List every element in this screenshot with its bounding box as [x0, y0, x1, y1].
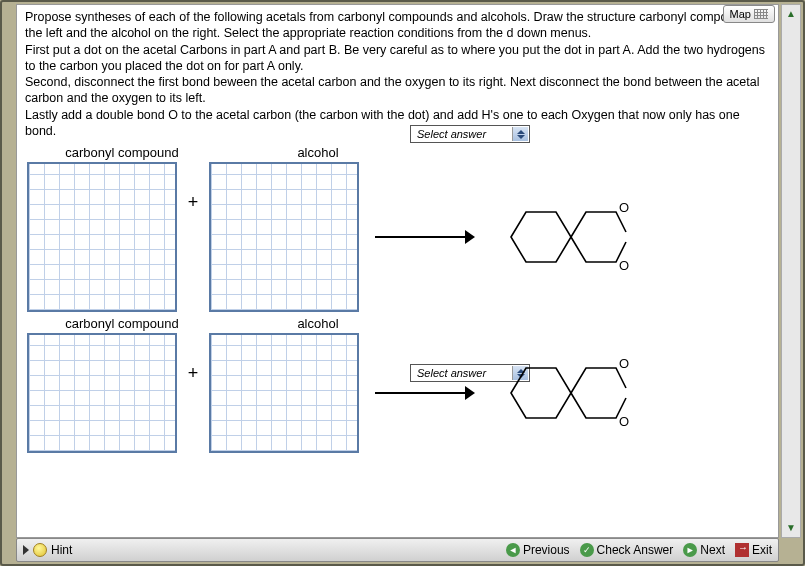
check-label: Check Answer — [597, 543, 674, 557]
carbonyl-label-a: carbonyl compound — [47, 145, 197, 160]
app-frame: Propose syntheses of each of the followi… — [0, 0, 805, 566]
problem-b: carbonyl compound alcohol Select answer … — [27, 316, 768, 453]
hint-button[interactable]: Hint — [51, 543, 72, 557]
exit-label: Exit — [752, 543, 772, 557]
dropdown-arrows-icon — [512, 127, 528, 141]
check-answer-button[interactable]: ✓ Check Answer — [580, 543, 674, 557]
check-icon: ✓ — [580, 543, 594, 557]
map-icon — [754, 9, 768, 19]
bottom-toolbar: Hint ◄ Previous ✓ Check Answer ► Next Ex… — [16, 538, 779, 562]
content-panel: Propose syntheses of each of the followi… — [16, 4, 779, 538]
conditions-select-a[interactable]: Select answer — [410, 125, 530, 143]
svg-marker-1 — [511, 368, 571, 418]
expand-triangle-icon[interactable] — [23, 545, 29, 555]
plus-sign-a: + — [183, 192, 203, 213]
instruction-line-3: Second, disconnect the first bond beween… — [25, 74, 770, 107]
alcohol-drawing-canvas-b[interactable] — [209, 333, 359, 453]
select-placeholder: Select answer — [417, 128, 486, 140]
map-label: Map — [730, 8, 751, 20]
alcohol-label-a: alcohol — [243, 145, 393, 160]
oxygen-atom-label: O — [619, 200, 629, 215]
hint-label: Hint — [51, 543, 72, 557]
product-molecule-b: O O — [491, 338, 631, 448]
vertical-scrollbar[interactable]: ▲ ▼ — [781, 4, 801, 538]
carbonyl-label-b: carbonyl compound — [47, 316, 197, 331]
exit-button[interactable]: Exit — [735, 543, 772, 557]
instruction-line-1: Propose syntheses of each of the followi… — [25, 9, 770, 42]
reaction-arrow-b — [375, 383, 475, 403]
previous-label: Previous — [523, 543, 570, 557]
exit-icon — [735, 543, 749, 557]
instruction-line-4: Lastly add a double bond O to the acetal… — [25, 107, 770, 140]
instruction-line-2: First put a dot on the acetal Carbons in… — [25, 42, 770, 75]
plus-sign-b: + — [183, 363, 203, 384]
map-button[interactable]: Map — [723, 5, 775, 23]
scroll-up-arrow-icon[interactable]: ▲ — [784, 7, 798, 21]
oxygen-atom-label: O — [619, 258, 629, 273]
reaction-arrow-a — [375, 227, 475, 247]
hint-bulb-icon — [33, 543, 47, 557]
problem-a: Select answer carbonyl compound alcohol … — [27, 145, 768, 312]
oxygen-atom-label: O — [619, 356, 629, 371]
alcohol-label-b: alcohol — [243, 316, 393, 331]
next-label: Next — [700, 543, 725, 557]
problems-container: Select answer carbonyl compound alcohol … — [17, 145, 778, 453]
previous-button[interactable]: ◄ Previous — [506, 543, 570, 557]
instructions-block: Propose syntheses of each of the followi… — [17, 5, 778, 145]
oxygen-atom-label: O — [619, 414, 629, 429]
scroll-down-arrow-icon[interactable]: ▼ — [784, 521, 798, 535]
previous-arrow-icon: ◄ — [506, 543, 520, 557]
alcohol-drawing-canvas-a[interactable] — [209, 162, 359, 312]
select-placeholder: Select answer — [417, 367, 486, 379]
svg-marker-0 — [511, 212, 571, 262]
next-arrow-icon: ► — [683, 543, 697, 557]
carbonyl-drawing-canvas-b[interactable] — [27, 333, 177, 453]
carbonyl-drawing-canvas-a[interactable] — [27, 162, 177, 312]
next-button[interactable]: ► Next — [683, 543, 725, 557]
product-molecule-a: O O — [491, 182, 631, 292]
